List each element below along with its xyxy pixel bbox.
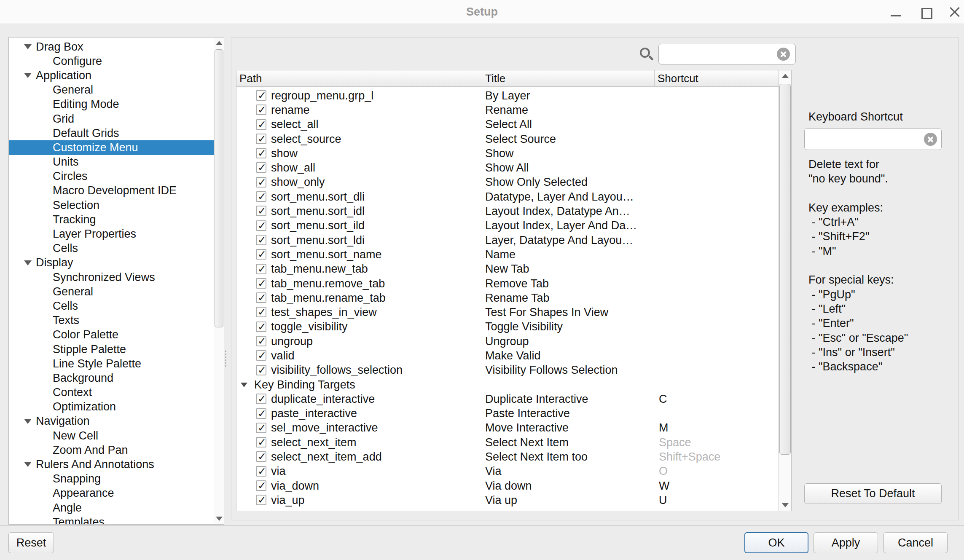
reset-button[interactable]: Reset: [8, 532, 54, 553]
table-row[interactable]: show Show: [236, 146, 779, 161]
row-checkbox[interactable]: [256, 177, 266, 188]
column-header-title[interactable]: Title: [482, 70, 655, 87]
sidebar-item[interactable]: Layer Properties: [9, 227, 214, 241]
row-checkbox[interactable]: [256, 292, 266, 303]
row-checkbox[interactable]: [256, 307, 266, 317]
row-checkbox[interactable]: [256, 134, 266, 144]
table-row[interactable]: valid Make Valid: [236, 348, 779, 363]
row-checkbox[interactable]: [256, 220, 266, 231]
tree-expander-icon[interactable]: [24, 419, 32, 424]
scroll-down-icon[interactable]: [779, 500, 791, 511]
sidebar-item[interactable]: Drag Box: [9, 40, 214, 54]
tree-expander-icon[interactable]: [24, 260, 32, 265]
row-checkbox[interactable]: [256, 264, 266, 274]
sidebar-item[interactable]: Line Style Palette: [9, 356, 214, 371]
row-checkbox[interactable]: [256, 437, 266, 447]
sidebar-item[interactable]: Configure: [9, 54, 214, 68]
table-row[interactable]: sort_menu.sort_dli Datatype, Layer And L…: [236, 190, 779, 204]
table-row[interactable]: show_only Show Only Selected: [236, 175, 779, 190]
reset-to-default-button[interactable]: Reset To Default: [804, 483, 942, 504]
table-row[interactable]: via_up Via up U: [236, 493, 779, 507]
table-row[interactable]: select_next_item Select Next Item Space: [236, 435, 779, 450]
row-checkbox[interactable]: [256, 104, 266, 115]
row-checkbox[interactable]: [256, 480, 266, 491]
sidebar-item[interactable]: Units: [9, 155, 214, 169]
scroll-up-icon[interactable]: [214, 38, 224, 48]
row-checkbox[interactable]: [256, 119, 266, 130]
sidebar-item[interactable]: Customize Menu: [9, 140, 214, 155]
sidebar-item[interactable]: Stipple Palette: [9, 342, 214, 356]
sidebar-item[interactable]: Zoom And Pan: [9, 443, 214, 457]
row-checkbox[interactable]: [256, 336, 266, 346]
row-checkbox[interactable]: [256, 206, 266, 216]
scroll-down-icon[interactable]: [214, 513, 224, 524]
sidebar-item[interactable]: Background: [9, 371, 214, 385]
table-row[interactable]: test_shapes_in_view Test For Shapes In V…: [236, 305, 779, 319]
sidebar-item[interactable]: Tracking: [9, 212, 214, 227]
sidebar-item[interactable]: Circles: [9, 169, 214, 184]
shortcut-clear-icon[interactable]: [924, 133, 937, 146]
sidebar-item[interactable]: Cells: [9, 241, 214, 256]
sidebar-item[interactable]: Navigation: [9, 414, 214, 429]
table-row[interactable]: sort_menu.sort_ldi Layer, Datatype And L…: [236, 233, 779, 247]
row-checkbox[interactable]: [256, 278, 266, 289]
group-expander-icon[interactable]: [241, 383, 247, 387]
table-row[interactable]: tab_menu.new_tab New Tab: [236, 262, 779, 276]
minimize-icon[interactable]: [886, 0, 905, 24]
tree-expander-icon[interactable]: [24, 73, 32, 78]
sidebar-item[interactable]: Macro Development IDE: [9, 184, 214, 198]
table-row[interactable]: tab_menu.remove_tab Remove Tab: [236, 276, 779, 291]
table-row[interactable]: rename Rename: [236, 103, 779, 117]
table-row[interactable]: ungroup Ungroup: [236, 334, 779, 348]
row-checkbox[interactable]: [256, 235, 266, 245]
table-row[interactable]: select_next_item_add Select Next Item to…: [236, 450, 779, 464]
row-checkbox[interactable]: [256, 495, 266, 505]
row-checkbox[interactable]: [256, 423, 266, 433]
table-row[interactable]: select_all Select All: [236, 118, 779, 132]
sidebar-item[interactable]: Texts: [9, 313, 214, 328]
cancel-button[interactable]: Cancel: [883, 532, 948, 553]
sidebar-item[interactable]: Default Grids: [9, 126, 214, 140]
table-row[interactable]: via Via O: [236, 464, 779, 479]
row-checkbox[interactable]: [256, 365, 266, 375]
table-row[interactable]: select_source Select Source: [236, 132, 779, 146]
table-row[interactable]: Key Binding Targets: [236, 378, 779, 392]
sidebar-item[interactable]: New Cell: [9, 429, 214, 443]
table-row[interactable]: show_all Show All: [236, 161, 779, 175]
row-checkbox[interactable]: [256, 148, 266, 158]
table-row[interactable]: regroup_menu.grp_l By Layer: [236, 88, 779, 103]
row-checkbox[interactable]: [256, 322, 266, 332]
table-row[interactable]: paste_interactive Paste Interactive: [236, 407, 779, 421]
keyboard-shortcut-input[interactable]: [804, 128, 942, 150]
sidebar-item[interactable]: Synchronized Views: [9, 270, 214, 284]
sidebar-item[interactable]: Cells: [9, 299, 214, 313]
row-checkbox[interactable]: [256, 408, 266, 419]
tree-expander-icon[interactable]: [24, 462, 32, 467]
sidebar-item[interactable]: Context: [9, 386, 214, 400]
sidebar-item[interactable]: Color Palette: [9, 328, 214, 342]
sidebar-item[interactable]: Editing Mode: [9, 97, 214, 112]
sidebar-item[interactable]: Appearance: [9, 486, 214, 501]
ok-button[interactable]: OK: [744, 532, 808, 553]
tree-scrollbar[interactable]: [214, 38, 224, 524]
sidebar-item[interactable]: Display: [9, 256, 214, 270]
sidebar-item[interactable]: Templates: [9, 515, 214, 525]
row-checkbox[interactable]: [256, 451, 266, 462]
column-header-path[interactable]: Path: [236, 70, 482, 87]
search-clear-icon[interactable]: [777, 48, 790, 61]
sidebar-item[interactable]: Selection: [9, 198, 214, 212]
sidebar-item[interactable]: Rulers And Annotations: [9, 457, 214, 472]
row-checkbox[interactable]: [256, 162, 266, 173]
scroll-up-icon[interactable]: [779, 70, 791, 81]
sidebar-item[interactable]: Grid: [9, 112, 214, 126]
table-row[interactable]: sel_move_interactive Move Interactive M: [236, 421, 779, 435]
table-row[interactable]: via_down Via down W: [236, 479, 779, 493]
panel-splitter-handle[interactable]: [225, 349, 226, 366]
table-scrollbar-thumb[interactable]: [779, 84, 791, 455]
row-checkbox[interactable]: [256, 466, 266, 477]
table-row[interactable]: sort_menu.sort_ild Layout Index, Layer A…: [236, 219, 779, 233]
apply-button[interactable]: Apply: [814, 532, 878, 553]
sidebar-item[interactable]: Optimization: [9, 400, 214, 414]
tree-scrollbar-thumb[interactable]: [215, 49, 223, 327]
maximize-icon[interactable]: [917, 0, 935, 24]
